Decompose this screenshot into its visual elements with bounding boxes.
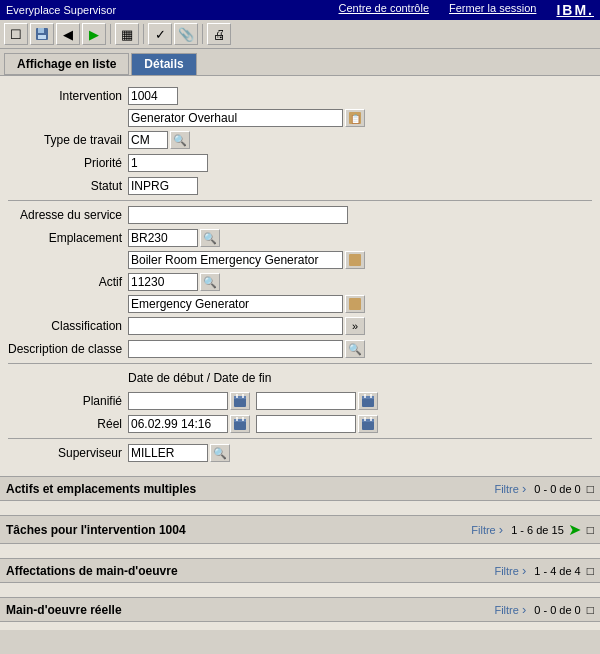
- title-bar: Everyplace Supervisor Centre de contrôle…: [0, 0, 600, 20]
- planifie-row: Planifié: [8, 391, 592, 411]
- panel-affectations-collapse[interactable]: □: [587, 564, 594, 578]
- panel-actifs-filter[interactable]: Filtre: [494, 481, 526, 496]
- svg-text:📋: 📋: [350, 113, 362, 125]
- emplacement-desc-btn[interactable]: [345, 251, 365, 269]
- panel-affectations-body: [0, 583, 600, 591]
- reel-end-input[interactable]: [256, 415, 356, 433]
- toolbar-attach-btn[interactable]: 📎: [174, 23, 198, 45]
- panel-actifs-body: [0, 501, 600, 509]
- toolbar-back-btn[interactable]: ◀: [56, 23, 80, 45]
- date-header-row: Date de début / Date de fin: [8, 368, 592, 388]
- toolbar-chart-btn[interactable]: ▦: [115, 23, 139, 45]
- classification-btn[interactable]: »: [345, 317, 365, 335]
- superviseur-input[interactable]: [128, 444, 208, 462]
- menu-centre[interactable]: Centre de contrôle: [339, 2, 430, 18]
- panel-mainoeuvre-collapse[interactable]: □: [587, 603, 594, 617]
- planifie-start-cal-btn[interactable]: [230, 392, 250, 410]
- svg-rect-5: [349, 254, 361, 266]
- adresse-input[interactable]: [128, 206, 348, 224]
- panel-taches-count: 1 - 6 de 15: [511, 524, 564, 536]
- date-section-label: Date de début / Date de fin: [128, 371, 271, 385]
- desc-classe-label: Description de classe: [8, 342, 128, 356]
- panel-taches-filter[interactable]: Filtre: [471, 522, 503, 537]
- planifie-end-input[interactable]: [256, 392, 356, 410]
- planifie-end-cal-btn[interactable]: [358, 392, 378, 410]
- priorite-label: Priorité: [8, 156, 128, 170]
- actif-desc-row: [8, 295, 592, 313]
- ibm-logo: IBM.: [556, 2, 594, 18]
- panel-taches[interactable]: Tâches pour l'intervention 1004 Filtre 1…: [0, 515, 600, 544]
- reel-start-input[interactable]: [128, 415, 228, 433]
- actif-search-btn[interactable]: 🔍: [200, 273, 220, 291]
- statut-row: Statut: [8, 176, 592, 196]
- planifie-start-input[interactable]: [128, 392, 228, 410]
- toolbar-forward-btn[interactable]: ▶: [82, 23, 106, 45]
- panel-affectations[interactable]: Affectations de main-d'oeuvre Filtre 1 -…: [0, 558, 600, 583]
- type-search-btn[interactable]: 🔍: [170, 131, 190, 149]
- type-input[interactable]: [128, 131, 168, 149]
- emplacement-search-btn[interactable]: 🔍: [200, 229, 220, 247]
- panel-actifs-collapse[interactable]: □: [587, 482, 594, 496]
- panel-taches-collapse[interactable]: □: [587, 523, 594, 537]
- adresse-label: Adresse du service: [8, 208, 128, 222]
- filter-chevron-affectations: [522, 565, 526, 577]
- actif-row: Actif 🔍: [8, 272, 592, 292]
- toolbar-save-btn[interactable]: [30, 23, 54, 45]
- description-lookup-btn[interactable]: 📋: [345, 109, 365, 127]
- statut-input[interactable]: [128, 177, 198, 195]
- actif-input[interactable]: [128, 273, 198, 291]
- svg-rect-8: [234, 396, 246, 399]
- panel-actifs[interactable]: Actifs et emplacements multiples Filtre …: [0, 476, 600, 501]
- toolbar-print-btn[interactable]: 🖨: [207, 23, 231, 45]
- actif-desc-btn[interactable]: [345, 295, 365, 313]
- svg-rect-2: [38, 35, 46, 39]
- svg-rect-16: [234, 419, 246, 422]
- reel-end-cal-btn[interactable]: [358, 415, 378, 433]
- main-content: Intervention 📋 Type de travail 🔍 Priorit…: [0, 75, 600, 630]
- svg-rect-12: [362, 396, 374, 399]
- svg-rect-1: [38, 28, 44, 33]
- toolbar-sep3: [202, 24, 203, 44]
- adresse-row: Adresse du service: [8, 205, 592, 225]
- desc-classe-input[interactable]: [128, 340, 343, 358]
- emplacement-label: Emplacement: [8, 231, 128, 245]
- panel-mainoeuvre-body: [0, 622, 600, 630]
- filter-chevron-taches: [499, 524, 503, 536]
- emplacement-desc-input[interactable]: [128, 251, 343, 269]
- toolbar-check-btn[interactable]: ✓: [148, 23, 172, 45]
- tabs-bar: Affichage en liste Détails: [0, 49, 600, 75]
- toolbar-new-btn[interactable]: ☐: [4, 23, 28, 45]
- desc-classe-search-btn[interactable]: 🔍: [345, 340, 365, 358]
- classification-input[interactable]: [128, 317, 343, 335]
- tab-list[interactable]: Affichage en liste: [4, 53, 129, 75]
- description-input[interactable]: [128, 109, 343, 127]
- panel-taches-body: [0, 544, 600, 552]
- superviseur-row: Superviseur 🔍: [8, 443, 592, 463]
- filter-chevron-actifs: [522, 483, 526, 495]
- menu-bar: Centre de contrôle Fermer la session IBM…: [339, 2, 594, 18]
- tab-details[interactable]: Détails: [131, 53, 196, 75]
- actif-desc-input[interactable]: [128, 295, 343, 313]
- panel-taches-nav-arrow[interactable]: ➤: [568, 520, 581, 539]
- priorite-row: Priorité: [8, 153, 592, 173]
- toolbar-sep2: [143, 24, 144, 44]
- panel-mainoeuvre-count: 0 - 0 de 0: [534, 604, 580, 616]
- panel-affectations-filter[interactable]: Filtre: [494, 563, 526, 578]
- emplacement-input[interactable]: [128, 229, 198, 247]
- reel-start-cal-btn[interactable]: [230, 415, 250, 433]
- superviseur-label: Superviseur: [8, 446, 128, 460]
- panel-affectations-title: Affectations de main-d'oeuvre: [6, 564, 486, 578]
- emplacement-desc-row: [8, 251, 592, 269]
- panel-mainoeuvre-filter[interactable]: Filtre: [494, 602, 526, 617]
- statut-label: Statut: [8, 179, 128, 193]
- panel-mainoeuvre[interactable]: Main-d'oeuvre réelle Filtre 0 - 0 de 0 □: [0, 597, 600, 622]
- menu-fermer[interactable]: Fermer la session: [449, 2, 536, 18]
- emplacement-row: Emplacement 🔍: [8, 228, 592, 248]
- type-label: Type de travail: [8, 133, 128, 147]
- intervention-input[interactable]: [128, 87, 178, 105]
- priorite-input[interactable]: [128, 154, 208, 172]
- planifie-label: Planifié: [8, 394, 128, 408]
- sep2: [8, 363, 592, 364]
- sep3: [8, 438, 592, 439]
- superviseur-search-btn[interactable]: 🔍: [210, 444, 230, 462]
